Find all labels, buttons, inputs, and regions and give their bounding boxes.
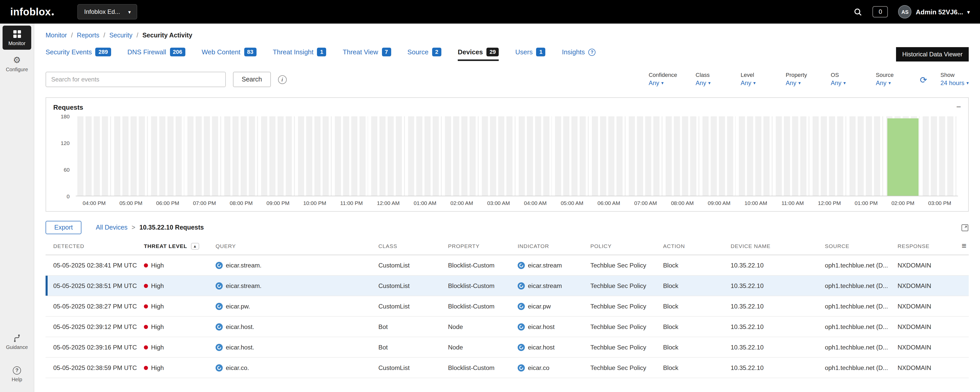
chart-bar[interactable] xyxy=(887,119,919,196)
refresh-icon[interactable]: ⟳ xyxy=(920,76,927,84)
filter-value: Any xyxy=(741,80,751,87)
filter-value: Any xyxy=(876,80,886,87)
y-tick-label: 60 xyxy=(64,167,70,173)
threat-category-icon xyxy=(518,364,525,371)
breadcrumb-link-reports[interactable]: Reports xyxy=(77,32,99,39)
table-row[interactable]: 05-05-2025 02:38:59 PM UTCHigheicar.co.C… xyxy=(46,358,969,378)
column-header-source[interactable]: SOURCE xyxy=(825,243,897,249)
tab-devices[interactable]: Devices29 xyxy=(458,48,499,61)
x-tick-label: 03:00 AM xyxy=(480,200,517,206)
filter-value-dropdown[interactable]: Any▾ xyxy=(831,80,858,87)
table-row[interactable]: 05-05-2025 02:39:12 PM UTCHigheicar.host… xyxy=(46,317,969,337)
tab-insights[interactable]: Insights? xyxy=(562,48,596,61)
cell-source: oph1.techblue.net (D... xyxy=(825,303,897,310)
chart-slot xyxy=(371,116,405,196)
table-breadcrumb-current: 10.35.22.10 Requests xyxy=(140,224,204,231)
panel-title: Requests xyxy=(53,103,83,111)
cell-source: oph1.techblue.net (D... xyxy=(825,261,897,269)
x-tick-label: 04:00 AM xyxy=(517,200,554,206)
filter-value-dropdown[interactable]: Any▾ xyxy=(649,80,677,87)
filter-level: LevelAny▾ xyxy=(741,72,767,87)
table-row[interactable]: 05-05-2025 02:38:27 PM UTCHigheicar.pw.C… xyxy=(46,296,969,317)
cell-indicator: eicar.stream xyxy=(518,282,590,289)
column-header-property[interactable]: PROPERTY xyxy=(448,243,518,249)
column-header-policy[interactable]: POLICY xyxy=(590,243,663,249)
cell-threat-level: High xyxy=(144,344,216,351)
sidebar-item-monitor[interactable]: Monitor xyxy=(3,25,31,50)
threat-level-dot xyxy=(144,284,148,288)
search-button[interactable]: Search xyxy=(233,72,270,87)
expand-icon[interactable] xyxy=(961,224,969,231)
filter-confidence: ConfidenceAny▾ xyxy=(649,72,677,87)
table-row[interactable]: 05-05-2025 02:38:41 PM UTCHigheicar.stre… xyxy=(46,255,969,276)
cell-indicator: eicar.pw xyxy=(518,303,590,310)
sidebar-item-configure[interactable]: ⚙ Configure xyxy=(3,52,31,76)
historical-data-viewer-button[interactable]: Historical Data Viewer xyxy=(896,47,969,62)
column-header-label: POLICY xyxy=(590,243,612,249)
tab-count-badge: 1 xyxy=(536,48,546,56)
tab-source[interactable]: Source2 xyxy=(407,48,441,61)
sidebar-item-guidance[interactable]: Guidance xyxy=(3,330,31,354)
search-input[interactable] xyxy=(46,72,226,87)
tab-threat-view[interactable]: Threat View7 xyxy=(343,48,391,61)
cell-device-name: 10.35.22.10 xyxy=(731,282,825,289)
column-header-action[interactable]: ACTION xyxy=(663,243,731,249)
filter-value-dropdown[interactable]: Any▾ xyxy=(695,80,722,87)
help-icon: ? xyxy=(13,366,21,374)
breadcrumb-link-monitor[interactable]: Monitor xyxy=(46,32,67,39)
sort-asc-icon[interactable]: ▴ xyxy=(191,243,199,249)
tab-threat-insight[interactable]: Threat Insight1 xyxy=(273,48,326,61)
breadcrumb-separator: > xyxy=(132,224,135,231)
column-header-response[interactable]: RESPONSE xyxy=(897,243,952,249)
tab-dns-firewall[interactable]: DNS Firewall206 xyxy=(127,48,185,61)
sidebar-item-label: Guidance xyxy=(6,344,28,350)
app-switcher-button[interactable]: Infoblox Ed... ▾ xyxy=(78,4,137,19)
x-tick-label: 06:00 AM xyxy=(590,200,627,206)
tab-web-content[interactable]: Web Content83 xyxy=(202,48,256,61)
cell-action: Block xyxy=(663,364,731,371)
export-button[interactable]: Export xyxy=(46,221,81,234)
chart-slot xyxy=(408,116,442,196)
column-header-query[interactable]: QUERY xyxy=(216,243,379,249)
column-header-detected[interactable]: DETECTED xyxy=(46,243,144,249)
x-tick-label: 02:00 AM xyxy=(444,200,480,206)
filter-value-dropdown[interactable]: Any▾ xyxy=(741,80,767,87)
cell-response: NXDOMAIN xyxy=(897,364,952,371)
filters: ConfidenceAny▾ClassAny▾LevelAny▾Property… xyxy=(649,72,902,87)
tab-count-badge: 7 xyxy=(382,48,391,56)
all-devices-link[interactable]: All Devices xyxy=(96,224,127,231)
column-header-class[interactable]: CLASS xyxy=(379,243,448,249)
show-dropdown[interactable]: 24 hours ▾ xyxy=(940,80,969,87)
tab-users[interactable]: Users1 xyxy=(515,48,546,61)
filter-class: ClassAny▾ xyxy=(695,72,722,87)
table-row[interactable]: 05-05-2025 02:38:51 PM UTCHigheicar.stre… xyxy=(46,276,969,296)
sidebar-item-label: Configure xyxy=(6,67,28,72)
x-tick-label: 11:00 PM xyxy=(333,200,370,206)
x-tick-label: 05:00 PM xyxy=(113,200,150,206)
chart-x-axis: 04:00 PM05:00 PM06:00 PM07:00 PM08:00 PM… xyxy=(76,200,958,206)
x-tick-label: 03:00 PM xyxy=(921,200,958,206)
cell-response: NXDOMAIN xyxy=(897,303,952,310)
user-menu[interactable]: AS Admin 52VJ6... ▾ xyxy=(898,5,970,18)
y-tick-label: 0 xyxy=(67,193,70,199)
breadcrumb-link-security[interactable]: Security xyxy=(109,32,132,39)
info-icon[interactable]: i xyxy=(278,75,286,84)
column-header-indicator[interactable]: INDICATOR xyxy=(518,243,590,249)
collapse-icon[interactable]: − xyxy=(956,103,961,111)
column-header-threat-level[interactable]: THREAT LEVEL▴ xyxy=(144,243,216,249)
cell-query: eicar.stream. xyxy=(216,261,379,269)
x-tick-label: 12:00 PM xyxy=(811,200,848,206)
column-header-device-name[interactable]: DEVICE NAME xyxy=(731,243,825,249)
notifications-button[interactable]: 0 xyxy=(873,6,888,18)
filter-value-dropdown[interactable]: Any▾ xyxy=(786,80,812,87)
column-menu-icon[interactable]: ≡ xyxy=(952,241,969,250)
monitor-grid-icon xyxy=(13,30,21,38)
cell-response: NXDOMAIN xyxy=(897,282,952,289)
sidebar-item-help[interactable]: ? Help xyxy=(3,362,31,386)
filter-value-dropdown[interactable]: Any▾ xyxy=(876,80,902,87)
x-tick-label: 09:00 AM xyxy=(701,200,738,206)
table-row[interactable]: 05-05-2025 02:39:16 PM UTCHigheicar.host… xyxy=(46,337,969,358)
table-toolbar: Export All Devices > 10.35.22.10 Request… xyxy=(46,221,969,234)
search-icon[interactable] xyxy=(854,8,862,16)
tab-security-events[interactable]: Security Events289 xyxy=(46,48,111,61)
